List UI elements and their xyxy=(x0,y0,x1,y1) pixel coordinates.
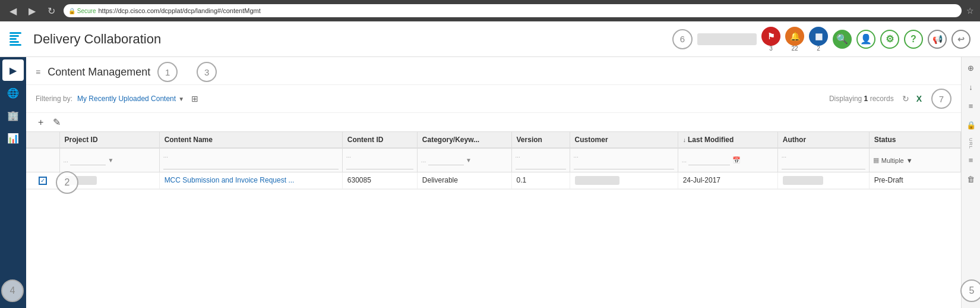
sidebar-item-home[interactable]: ▶ xyxy=(2,59,24,81)
col-last-modified[interactable]: ↓ Last Modified xyxy=(678,132,777,148)
filter-content-id-cell: ... xyxy=(342,148,417,172)
gear-icon: ⚙ xyxy=(880,30,899,49)
sort-arrow-icon: ↓ xyxy=(683,137,686,143)
row-select-cell[interactable]: ✓ xyxy=(26,172,59,189)
edit-content-button[interactable]: ✎ xyxy=(50,115,63,129)
notification-icon-btn[interactable]: 🔔 22 xyxy=(785,27,804,52)
right-panel-btn-1[interactable]: ⊕ xyxy=(963,59,979,76)
filter-customer-dots: ... xyxy=(574,152,578,159)
forward-button[interactable]: ▶ xyxy=(25,4,39,18)
page-title: Content Management xyxy=(48,66,150,78)
right-panel-menu-btn[interactable]: ≡ xyxy=(963,152,979,168)
sidebar-item-building[interactable]: 🏢 xyxy=(2,105,24,126)
annotation-5: 5 xyxy=(960,279,980,302)
table-header-row: Project ID Content Name Content ID Categ… xyxy=(26,132,961,148)
col-select xyxy=(26,132,59,148)
secure-icon: 🔒 Secure xyxy=(68,8,96,14)
header-right: 6 user name ⚑ 3 🔔 22 ▦ 2 🔍 👤 ⚙ ? 📢 xyxy=(672,27,970,52)
filter-customer-input[interactable] xyxy=(574,159,674,169)
filter-content-name-input[interactable] xyxy=(163,159,339,169)
col-author[interactable]: Author xyxy=(777,132,869,148)
bookmark-star-icon[interactable]: ☆ xyxy=(966,6,974,15)
filter-select[interactable]: My Recently Uploaded Content ▼ xyxy=(77,95,184,103)
col-version[interactable]: Version xyxy=(511,132,570,148)
grid-icon: ▦ xyxy=(809,27,828,46)
filter-customer-cell: ... xyxy=(570,148,678,172)
right-panel-lock-btn[interactable]: 🔒 xyxy=(963,117,979,133)
grid-icon-btn[interactable]: ▦ 2 xyxy=(809,27,828,52)
sidebar-item-globe[interactable]: 🌐 xyxy=(2,82,24,103)
back-app-icon-btn[interactable]: ↩ xyxy=(951,30,970,49)
annotation-7: 7 xyxy=(931,89,951,109)
menu-hamburger-icon: ≡ xyxy=(36,67,40,77)
cisco-bar-5 xyxy=(10,44,21,46)
flag-icon-btn[interactable]: ⚑ 3 xyxy=(761,27,780,52)
profile-icon-btn[interactable]: 👤 xyxy=(856,30,875,49)
records-count: Displaying 1 records xyxy=(829,95,894,103)
search-icon-btn[interactable]: 🔍 xyxy=(833,30,852,49)
right-panel-download-btn[interactable]: ↓ xyxy=(963,78,979,95)
row-author: ████████ xyxy=(777,172,869,189)
page-header: ≡ Content Management 1 3 xyxy=(26,57,961,85)
table-filter-row: ... ▼ ... ... ... xyxy=(26,148,961,172)
filter-last-modified-cell: ... 📅 xyxy=(678,148,777,172)
category-dropdown-icon[interactable]: ▼ xyxy=(466,157,472,164)
refresh-icon[interactable]: ↻ xyxy=(902,94,909,103)
url-bar[interactable]: 🔒 Secure https://dcp.cisco.com/dcpplat/d… xyxy=(64,4,962,17)
content-area: ≡ Content Management 1 3 Filtering by: M… xyxy=(26,57,961,308)
col-category[interactable]: Category/Keyw... xyxy=(417,132,511,148)
filter-category-cell: ... ▼ xyxy=(417,148,511,172)
calendar-icon[interactable]: 📅 xyxy=(732,156,741,164)
content-id-value: 630085 xyxy=(347,176,371,184)
add-content-button[interactable]: + xyxy=(36,116,46,129)
col-project-id[interactable]: Project ID xyxy=(59,132,159,148)
right-panel-list-btn[interactable]: ≡ xyxy=(963,98,979,114)
category-value: Deliverable xyxy=(422,176,458,184)
annotation-6: 6 xyxy=(672,29,693,49)
table-container: Project ID Content Name Content ID Categ… xyxy=(26,132,961,308)
filter-project-id-input[interactable] xyxy=(70,155,106,165)
cisco-bar-4 xyxy=(10,41,19,43)
filter-content-id-input[interactable] xyxy=(346,159,413,169)
filter-version-input[interactable] xyxy=(516,159,566,169)
table-row: ✓ ██████ MCC Submission and Invoice Requ… xyxy=(26,172,961,189)
cisco-logo xyxy=(10,32,21,46)
col-content-name[interactable]: Content Name xyxy=(159,132,342,148)
project-id-dropdown-icon[interactable]: ▼ xyxy=(108,157,114,164)
cisco-bar-2 xyxy=(10,35,19,37)
megaphone-icon-btn[interactable]: 📢 xyxy=(928,30,947,49)
status-filter-value: Multiple xyxy=(881,157,904,164)
help-icon-btn[interactable]: ? xyxy=(904,30,923,49)
col-status[interactable]: Status xyxy=(869,132,960,148)
col-content-id[interactable]: Content ID xyxy=(342,132,417,148)
col-customer[interactable]: Customer xyxy=(570,132,678,148)
status-filter-select[interactable]: ▦ Multiple ▼ xyxy=(873,156,957,164)
content-name-link[interactable]: MCC Submission and Invoice Request ... xyxy=(165,176,295,184)
row-last-modified: 24-Jul-2017 xyxy=(678,172,777,189)
filter-last-modified-input[interactable] xyxy=(688,155,730,165)
filter-author-input[interactable] xyxy=(782,159,865,169)
sidebar-item-chart[interactable]: 📊 xyxy=(2,127,24,149)
row-category: Deliverable xyxy=(417,172,511,189)
megaphone-icon: 📢 xyxy=(928,30,947,49)
filter-value: My Recently Uploaded Content xyxy=(77,95,176,103)
author-blurred: ████████ xyxy=(783,176,824,185)
row-version: 0.1 xyxy=(511,172,570,189)
filter-content-name-dots: ... xyxy=(163,152,168,159)
filter-grid-icon-btn[interactable]: ⊞ xyxy=(189,93,201,105)
grid-badge: 2 xyxy=(817,46,820,52)
settings-icon-btn[interactable]: ⚙ xyxy=(880,30,899,49)
row-checkbox[interactable]: ✓ xyxy=(39,177,47,185)
notification-badge: 22 xyxy=(791,46,798,52)
right-panel: ⊕ ↓ ≡ 🔒 URL ≡ 🗑 5 xyxy=(961,57,980,308)
last-modified-value: 24-Jul-2017 xyxy=(683,176,720,184)
project-id-blurred: ██████ xyxy=(65,176,97,185)
status-filter-icon: ▦ xyxy=(873,156,879,164)
back-button[interactable]: ◀ xyxy=(6,4,20,18)
right-panel-delete-btn[interactable]: 🗑 xyxy=(963,171,979,187)
filter-category-dots: ... xyxy=(421,157,426,164)
filter-category-input[interactable] xyxy=(428,155,464,165)
reload-button[interactable]: ↻ xyxy=(44,4,59,18)
bell-icon: 🔔 xyxy=(785,27,804,46)
excel-export-icon[interactable]: X xyxy=(916,94,922,103)
